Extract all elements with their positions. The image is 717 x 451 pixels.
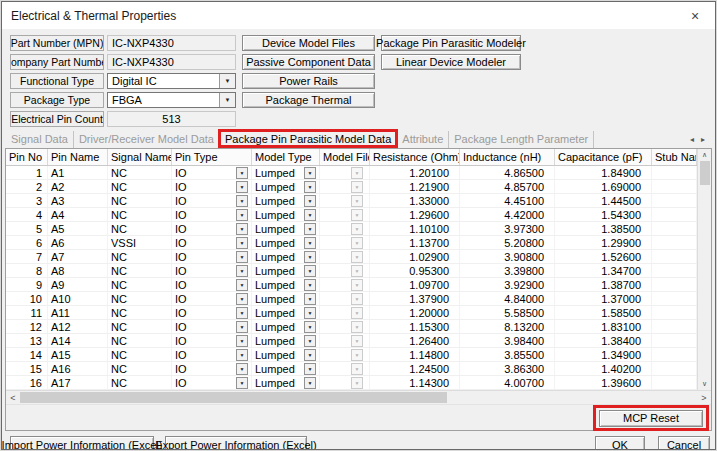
pin-type-dropdown-icon[interactable]: ▼ [236,363,248,375]
scroll-left-icon[interactable]: < [6,392,20,404]
package-pin-parasitic-modeler-button[interactable]: Package Pin Parasitic Modeler [381,35,521,51]
horizontal-scroll-thumb[interactable] [20,392,447,403]
table-row[interactable]: 1A1NCIO▼Lumped▼▼1.201004.865001.84900 [6,166,697,180]
chevron-down-icon[interactable]: ▼ [219,93,235,107]
chevron-down-icon[interactable]: ▼ [219,74,235,88]
tab-scroll-left-icon[interactable]: ◂ [690,135,694,144]
table-row[interactable]: 16A17NCIO▼Lumped▼▼1.143004.007001.39600 [6,376,697,390]
scroll-down-icon[interactable]: ∨ [698,378,711,390]
pin-type-dropdown-icon[interactable]: ▼ [236,181,248,193]
table-row[interactable]: 15A16NCIO▼Lumped▼▼1.245003.863001.40200 [6,362,697,376]
pin-type-dropdown-icon[interactable]: ▼ [236,265,248,277]
cell-inductance: 8.13200 [460,320,555,333]
cell-resistance: 1.15300 [370,320,460,333]
table-row[interactable]: 7A7NCIO▼Lumped▼▼1.029003.908001.52600 [6,250,697,264]
model-type-dropdown-icon[interactable]: ▼ [304,307,316,319]
column-header-pin-no[interactable]: Pin No [6,149,48,165]
pin-type-dropdown-icon[interactable]: ▼ [236,279,248,291]
scroll-right-icon[interactable]: > [697,392,711,404]
tab-package-pin-parasitic-model-data[interactable]: Package Pin Parasitic Model Data [220,131,397,148]
table-row[interactable]: 3A3NCIO▼Lumped▼▼1.330004.451001.44500 [6,194,697,208]
pin-type-dropdown-icon[interactable]: ▼ [236,307,248,319]
functional-type-select[interactable]: Digital IC▼ [107,73,236,89]
model-type-dropdown-icon[interactable]: ▼ [304,377,316,389]
pin-type-dropdown-icon[interactable]: ▼ [236,251,248,263]
pin-type-dropdown-icon[interactable]: ▼ [236,237,248,249]
scroll-up-icon[interactable]: ∧ [698,149,711,161]
table-row[interactable]: 4A4NCIO▼Lumped▼▼1.296004.420001.54300 [6,208,697,222]
vertical-scrollbar[interactable]: ∧ ∨ [697,149,711,390]
cancel-button[interactable]: Cancel [658,436,710,450]
pin-type-dropdown-icon[interactable]: ▼ [236,195,248,207]
table-row[interactable]: 11A11NCIO▼Lumped▼▼1.200005.585001.58500 [6,306,697,320]
passive-component-data-button[interactable]: Passive Component Data [242,54,375,70]
cell-model-type: Lumped▼ [252,222,320,235]
pin-type-dropdown-icon[interactable]: ▼ [236,209,248,221]
model-file-dropdown-icon: ▼ [351,223,363,235]
pin-type-dropdown-icon[interactable]: ▼ [236,377,248,389]
model-type-dropdown-icon[interactable]: ▼ [304,335,316,347]
pin-type-dropdown-icon[interactable]: ▼ [236,335,248,347]
cell-signal-name: NC [108,362,172,375]
table-row[interactable]: 14A15NCIO▼Lumped▼▼1.148003.855001.34900 [6,348,697,362]
cell-pin-type: IO▼ [172,222,252,235]
linear-device-modeler-button[interactable]: Linear Device Modeler [381,54,521,70]
close-icon[interactable]: × [684,8,706,24]
part-number-mpn-field[interactable]: IC-NXP4330 [107,35,236,51]
tab-attribute[interactable]: Attribute [397,131,449,148]
model-type-dropdown-icon[interactable]: ▼ [304,279,316,291]
power-rails-button[interactable]: Power Rails [242,73,375,89]
vertical-scroll-thumb[interactable] [700,161,710,185]
model-type-dropdown-icon[interactable]: ▼ [304,195,316,207]
table-row[interactable]: 2A2NCIO▼Lumped▼▼1.219004.857001.69000 [6,180,697,194]
cell-model-file: ▼ [320,208,370,221]
package-type-select[interactable]: FBGA▼ [107,92,236,108]
tab-signal-data[interactable]: Signal Data [6,131,74,148]
horizontal-scrollbar[interactable]: < > [6,390,711,404]
column-header-capacitance-pf[interactable]: Capacitance (pF) [555,149,652,165]
column-header-pin-name[interactable]: Pin Name [48,149,108,165]
export-power-information-button[interactable]: Export Power Information (Excel) [165,436,307,450]
model-type-dropdown-icon[interactable]: ▼ [304,321,316,333]
electrical-pin-count-field[interactable]: 513 [107,111,236,127]
table-row[interactable]: 9A9NCIO▼Lumped▼▼1.097003.929001.38700 [6,278,697,292]
model-type-dropdown-icon[interactable]: ▼ [304,349,316,361]
column-header-resistance-ohm[interactable]: Resistance (Ohm) [370,149,460,165]
model-type-dropdown-icon[interactable]: ▼ [304,209,316,221]
column-header-pin-type[interactable]: Pin Type [172,149,252,165]
model-type-dropdown-icon[interactable]: ▼ [304,223,316,235]
model-type-dropdown-icon[interactable]: ▼ [304,363,316,375]
column-header-inductance-nh[interactable]: Inductance (nH) [460,149,555,165]
column-header-stub-nar[interactable]: Stub Nar [652,149,697,165]
pin-type-dropdown-icon[interactable]: ▼ [236,321,248,333]
model-type-dropdown-icon[interactable]: ▼ [304,237,316,249]
column-header-signal-name[interactable]: Signal Name [108,149,172,165]
table-row[interactable]: 6A6VSSIIO▼Lumped▼▼1.137005.208001.29900 [6,236,697,250]
table-row[interactable]: 12A12NCIO▼Lumped▼▼1.153008.132001.83100 [6,320,697,334]
model-type-dropdown-icon[interactable]: ▼ [304,181,316,193]
company-part-number-field[interactable]: IC-NXP4330 [107,54,236,70]
table-row[interactable]: 8A8NCIO▼Lumped▼▼0.953003.398001.34700 [6,264,697,278]
device-model-files-button[interactable]: Device Model Files [242,35,375,51]
tab-scroll-right-icon[interactable]: ▸ [701,135,705,144]
model-type-dropdown-icon[interactable]: ▼ [304,167,316,179]
ok-button[interactable]: OK [595,436,645,450]
table-row[interactable]: 5A5NCIO▼Lumped▼▼1.101003.973001.38500 [6,222,697,236]
cell-stub-name [652,278,697,291]
import-power-information-button[interactable]: Import Power Information (Excel) [10,436,154,450]
pin-type-dropdown-icon[interactable]: ▼ [236,223,248,235]
model-type-dropdown-icon[interactable]: ▼ [304,265,316,277]
tab-driver-receiver-model-data[interactable]: Driver/Receiver Model Data [74,131,220,148]
table-row[interactable]: 10A10NCIO▼Lumped▼▼1.379004.840001.37000 [6,292,697,306]
column-header-model-type[interactable]: Model Type [252,149,320,165]
pin-type-dropdown-icon[interactable]: ▼ [236,293,248,305]
mcp-reset-button[interactable]: MCP Reset [599,410,703,427]
package-thermal-button[interactable]: Package Thermal [242,92,375,108]
pin-type-dropdown-icon[interactable]: ▼ [236,349,248,361]
model-type-dropdown-icon[interactable]: ▼ [304,251,316,263]
pin-type-dropdown-icon[interactable]: ▼ [236,167,248,179]
tab-package-length-parameter[interactable]: Package Length Parameter [449,131,594,148]
column-header-model-file[interactable]: Model File [320,149,370,165]
model-type-dropdown-icon[interactable]: ▼ [304,293,316,305]
table-row[interactable]: 13A14NCIO▼Lumped▼▼1.264003.984001.38400 [6,334,697,348]
